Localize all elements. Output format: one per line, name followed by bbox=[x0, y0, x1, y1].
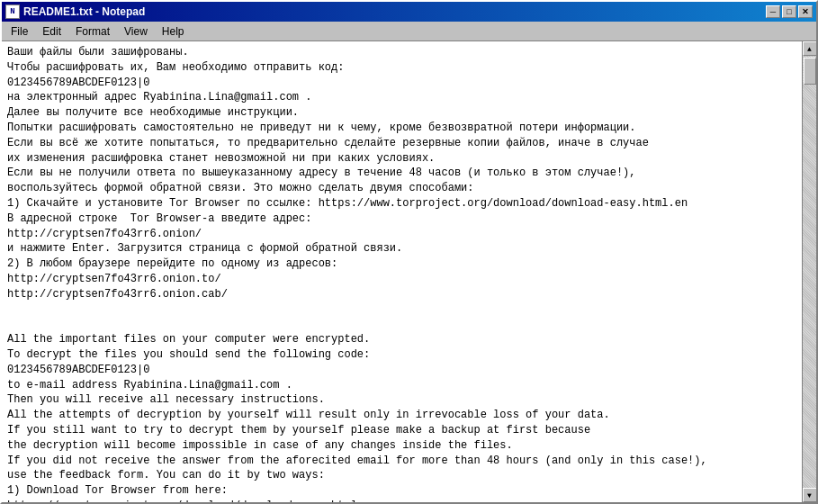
vertical-scrollbar[interactable]: ▲ ▼ bbox=[802, 41, 816, 502]
app-icon: N bbox=[5, 4, 20, 19]
scroll-down-button[interactable]: ▼ bbox=[803, 488, 817, 502]
text-editor[interactable]: Ваши файлы были зашифрованы. Чтобы расши… bbox=[2, 41, 802, 502]
window-controls: ─ □ ✕ bbox=[766, 5, 813, 18]
menu-file[interactable]: File bbox=[4, 23, 35, 40]
content-area: Ваши файлы были зашифрованы. Чтобы расши… bbox=[2, 41, 816, 502]
notepad-window: N README1.txt - Notepad ─ □ ✕ File Edit … bbox=[0, 0, 818, 504]
minimize-button[interactable]: ─ bbox=[766, 5, 780, 18]
menu-view[interactable]: View bbox=[117, 23, 155, 40]
title-bar: N README1.txt - Notepad ─ □ ✕ bbox=[2, 2, 816, 22]
title-bar-left: N README1.txt - Notepad bbox=[5, 4, 145, 19]
scroll-up-button[interactable]: ▲ bbox=[803, 41, 817, 56]
menu-format[interactable]: Format bbox=[68, 23, 117, 40]
menu-edit[interactable]: Edit bbox=[35, 23, 68, 40]
menu-help[interactable]: Help bbox=[155, 23, 192, 40]
scroll-track[interactable] bbox=[803, 56, 816, 488]
maximize-button[interactable]: □ bbox=[782, 5, 796, 18]
scroll-thumb[interactable] bbox=[804, 58, 816, 85]
close-button[interactable]: ✕ bbox=[798, 5, 813, 18]
window-title: README1.txt - Notepad bbox=[23, 5, 145, 18]
app-icon-label: N bbox=[10, 7, 14, 16]
menu-bar: File Edit Format View Help bbox=[2, 22, 816, 41]
